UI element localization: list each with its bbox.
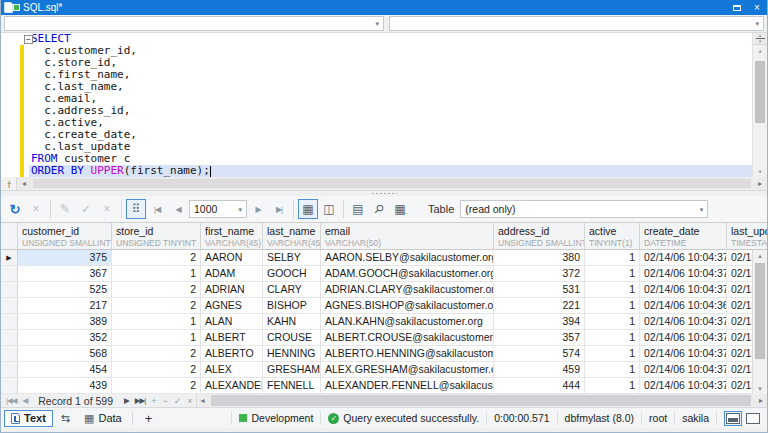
next-page-button[interactable]: ▶	[248, 199, 268, 219]
query-dropdown-left[interactable]: ▾	[4, 16, 384, 31]
tab-text[interactable]: Text	[4, 410, 53, 427]
grid-cell[interactable]: 217	[18, 298, 112, 313]
grid-cell[interactable]: 574	[494, 346, 585, 361]
grid-cell[interactable]: 02/14/06 10:04:37 PM	[640, 346, 727, 361]
grid-cell[interactable]: ALAN	[201, 314, 263, 329]
grid-cell[interactable]: 02/14/06 10:04:37 PM	[640, 282, 727, 297]
grid-cell[interactable]: 02/14/06 10:04:37 PM	[640, 250, 727, 265]
grid-cell[interactable]: ALEX	[201, 362, 263, 377]
grid-cell[interactable]: 2	[112, 378, 201, 393]
grid-cell[interactable]: AARON.SELBY@sakilacustomer.org	[321, 250, 494, 265]
grid-cell[interactable]: ALBERTO	[201, 346, 263, 361]
row-selector[interactable]	[1, 330, 18, 345]
table-mode-combo[interactable]: (read only)▾	[460, 200, 708, 218]
query-dropdown-right[interactable]: ▾	[389, 16, 764, 31]
grid-cell[interactable]: 2	[112, 362, 201, 377]
editor-results-splitter[interactable]	[1, 191, 767, 196]
stop-button[interactable]: ×	[26, 199, 46, 219]
scroll-down-icon[interactable]: ▾	[753, 166, 767, 177]
editor-horizontal-scrollbar[interactable]: ∙|∙ ◂ ▸	[1, 177, 767, 191]
column-header-last_update[interactable]: last_updateTIMESTAMP	[727, 223, 767, 249]
next-record-button[interactable]: ▶	[121, 396, 132, 405]
grid-cell[interactable]: 531	[494, 282, 585, 297]
splitter-handle-icon[interactable]: ∙|∙	[1, 177, 17, 190]
grid-cell[interactable]: 02/14/06 10:04:37 PM	[640, 330, 727, 345]
grid-horizontal-scrollbar[interactable]: ◂ ▸	[196, 394, 767, 407]
environment-indicator[interactable]: Development	[231, 411, 320, 425]
close-button[interactable]: ×	[747, 0, 767, 15]
grid-cell[interactable]: ALBERTO.HENNING@sakilacustomer.org	[321, 346, 494, 361]
row-selector[interactable]	[1, 282, 18, 297]
row-selector[interactable]	[1, 346, 18, 361]
grid-cell[interactable]: 444	[494, 378, 585, 393]
scroll-up-icon[interactable]: ▴	[753, 250, 767, 261]
grid-row[interactable]: 2172AGNESBISHOPAGNES.BISHOP@sakilacustom…	[1, 298, 767, 314]
grid-cell[interactable]: 352	[18, 330, 112, 345]
database-name[interactable]: sakila	[674, 411, 716, 425]
grid-cell[interactable]: BISHOP	[263, 298, 321, 313]
column-header-store_id[interactable]: store_idUNSIGNED TINYINT	[112, 223, 201, 249]
column-header-address_id[interactable]: address_idUNSIGNED SMALLINT	[494, 223, 585, 249]
grid-cell[interactable]: ALBERT	[201, 330, 263, 345]
sql-editor[interactable]: − SELECT c.customer_id, c.store_id, c.fi…	[1, 33, 767, 177]
scroll-thumb[interactable]	[755, 263, 765, 359]
grid-cell[interactable]: 375	[18, 250, 112, 265]
grid-cell[interactable]: 568	[18, 346, 112, 361]
column-header-first_name[interactable]: first_nameVARCHAR(45)	[201, 223, 263, 249]
scroll-right-icon[interactable]: ▸	[755, 396, 767, 405]
grid-corner[interactable]	[1, 223, 18, 249]
grid-cell[interactable]: 221	[494, 298, 585, 313]
grid-cell[interactable]: 357	[494, 330, 585, 345]
paging-mode-button[interactable]: ⠿	[126, 199, 146, 219]
row-selector[interactable]	[1, 298, 18, 313]
row-selector[interactable]	[1, 378, 18, 393]
grid-row[interactable]: 5252ADRIANCLARYADRIAN.CLARY@sakilacustom…	[1, 282, 767, 298]
grid-cell[interactable]: 380	[494, 250, 585, 265]
apply-changes-button[interactable]: ✎	[55, 199, 75, 219]
grid-row[interactable]: 4392ALEXANDERFENNELLALEXANDER.FENNELL@sa…	[1, 378, 767, 394]
maximize-button[interactable]	[727, 0, 747, 15]
prev-page-button[interactable]: ◀	[168, 199, 188, 219]
grid-cell[interactable]: 2	[112, 346, 201, 361]
grid-cell[interactable]: ALAN.KAHN@sakilacustomer.org	[321, 314, 494, 329]
grid-cell[interactable]: ADAM	[201, 266, 263, 281]
code-line[interactable]: ORDER BY UPPER(first_name);	[1, 165, 752, 177]
swap-panes-button[interactable]: ⇆	[55, 410, 76, 427]
grid-row[interactable]: 3891ALANKAHNALAN.KAHN@sakilacustomer.org…	[1, 314, 767, 330]
scroll-up-icon[interactable]: ▴	[753, 45, 767, 56]
export-data-button[interactable]: ▦	[390, 199, 410, 219]
user-name[interactable]: root	[641, 411, 674, 425]
fold-collapse-icon[interactable]: −	[24, 35, 33, 44]
column-header-email[interactable]: emailVARCHAR(50)	[321, 223, 494, 249]
grid-cell[interactable]: ADRIAN	[201, 282, 263, 297]
scroll-left-icon[interactable]: ◂	[197, 396, 209, 405]
last-record-button[interactable]: ▶▶|	[132, 396, 148, 405]
scroll-thumb[interactable]	[211, 395, 751, 406]
grid-cell[interactable]: 1	[585, 346, 640, 361]
grid-cell[interactable]: AGNES	[201, 298, 263, 313]
scroll-thumb[interactable]	[33, 179, 751, 188]
grid-cell[interactable]: ADRIAN.CLARY@sakilacustomer.org	[321, 282, 494, 297]
column-header-last_name[interactable]: last_nameVARCHAR(45)	[263, 223, 321, 249]
grid-cell[interactable]: 389	[18, 314, 112, 329]
grid-vertical-scrollbar[interactable]: ▴ ▾	[752, 250, 767, 394]
connection-name[interactable]: dbfmylast (8.0)	[557, 411, 641, 425]
cancel-edit-button[interactable]: ×	[184, 396, 195, 406]
grid-cell[interactable]: 2	[112, 298, 201, 313]
row-selector[interactable]	[1, 314, 18, 329]
accept-changes-button[interactable]: ✓	[76, 199, 96, 219]
row-selector[interactable]	[1, 266, 18, 281]
grid-row[interactable]: 3671ADAMGOOCHADAM.GOOCH@sakilacustomer.o…	[1, 266, 767, 282]
editor-vertical-scrollbar[interactable]: ▴ ▾ ▴ ▾	[752, 33, 767, 177]
grid-cell[interactable]: 02/14/06 10:04:37 PM	[640, 362, 727, 377]
cancel-changes-button[interactable]: ×	[97, 199, 117, 219]
grid-cell[interactable]: 394	[494, 314, 585, 329]
grid-cell[interactable]: 1	[585, 266, 640, 281]
grid-cell[interactable]: 1	[585, 314, 640, 329]
first-page-button[interactable]: |◀	[147, 199, 167, 219]
grid-cell[interactable]: HENNING	[263, 346, 321, 361]
grid-cell[interactable]: GRESHAM	[263, 362, 321, 377]
column-header-active[interactable]: activeTINYINT(1)	[585, 223, 640, 249]
scroll-down-icon[interactable]: ▾	[753, 383, 767, 394]
scroll-left-icon[interactable]: ◂	[17, 179, 31, 188]
